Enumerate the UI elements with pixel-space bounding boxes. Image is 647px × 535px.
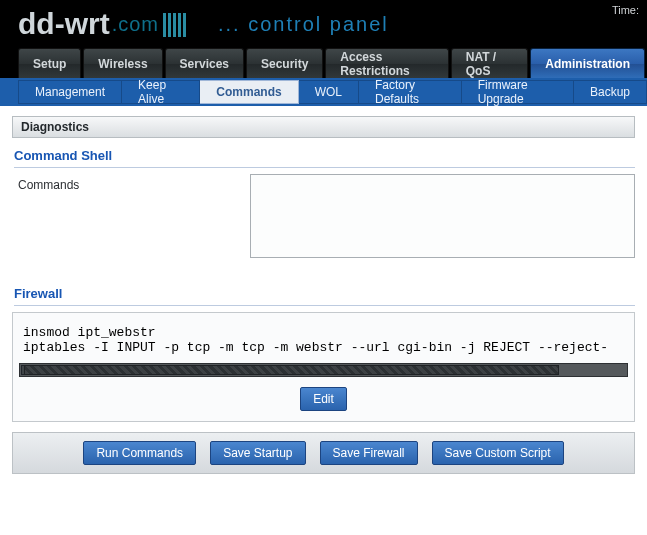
- scroll-thumb[interactable]: [24, 365, 559, 375]
- subtab-backup[interactable]: Backup: [574, 80, 647, 104]
- logo-bars-icon: [163, 11, 186, 37]
- tab-setup[interactable]: Setup: [18, 48, 81, 78]
- subtab-wol[interactable]: WOL: [299, 80, 359, 104]
- tab-wireless[interactable]: Wireless: [83, 48, 162, 78]
- edit-button[interactable]: Edit: [300, 387, 347, 411]
- run-commands-button[interactable]: Run Commands: [83, 441, 196, 465]
- firewall-scrollbar[interactable]: [19, 363, 628, 377]
- header: Time: dd-wrt .com ... control panel: [0, 0, 647, 48]
- subtab-firmware-upgrade[interactable]: Firmware Upgrade: [462, 80, 574, 104]
- save-startup-button[interactable]: Save Startup: [210, 441, 305, 465]
- topnav: Setup Wireless Services Security Access …: [0, 48, 647, 78]
- logo-text-suffix: .com: [112, 13, 159, 36]
- tab-security[interactable]: Security: [246, 48, 323, 78]
- group-command-shell: Command Shell: [14, 148, 635, 168]
- control-panel-label: ... control panel: [218, 13, 389, 36]
- group-firewall: Firewall: [14, 286, 635, 306]
- time-label: Time:: [612, 4, 639, 16]
- firewall-box: insmod ipt_webstr iptables -I INPUT -p t…: [12, 312, 635, 422]
- commands-row: Commands: [12, 174, 635, 262]
- logo-text-main: dd-wrt: [18, 7, 110, 41]
- tab-administration[interactable]: Administration: [530, 48, 645, 78]
- save-firewall-button[interactable]: Save Firewall: [320, 441, 418, 465]
- save-custom-script-button[interactable]: Save Custom Script: [432, 441, 564, 465]
- subtab-management[interactable]: Management: [18, 80, 122, 104]
- page-content: Diagnostics Command Shell Commands Firew…: [0, 106, 647, 535]
- tab-access-restrictions[interactable]: Access Restrictions: [325, 48, 448, 78]
- action-bar: Run Commands Save Startup Save Firewall …: [12, 432, 635, 474]
- tab-services[interactable]: Services: [165, 48, 244, 78]
- subtab-keep-alive[interactable]: Keep Alive: [122, 80, 200, 104]
- logo: dd-wrt .com ... control panel: [18, 4, 389, 44]
- commands-textarea[interactable]: [250, 174, 635, 258]
- subnav: Management Keep Alive Commands WOL Facto…: [0, 78, 647, 106]
- subtab-factory-defaults[interactable]: Factory Defaults: [359, 80, 462, 104]
- tab-nat-qos[interactable]: NAT / QoS: [451, 48, 529, 78]
- commands-label: Commands: [12, 174, 250, 192]
- firewall-script: insmod ipt_webstr iptables -I INPUT -p t…: [19, 323, 628, 357]
- page-title: Diagnostics: [12, 116, 635, 138]
- subtab-commands[interactable]: Commands: [200, 80, 298, 104]
